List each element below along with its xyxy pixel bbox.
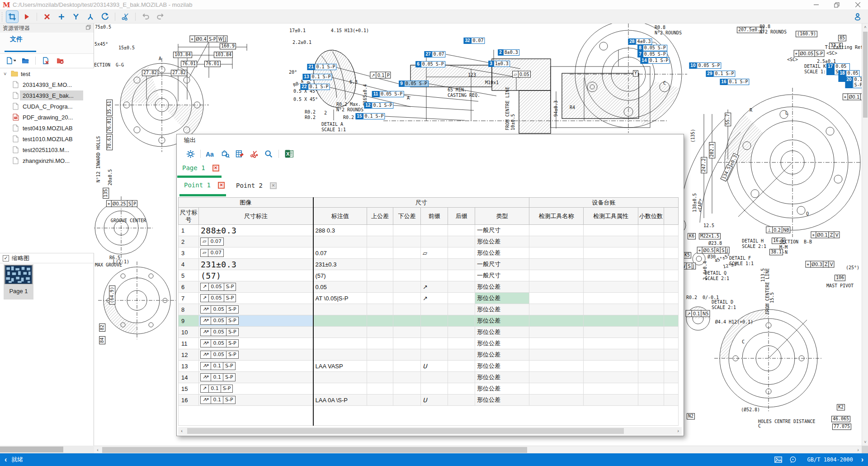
table-hscrollbar[interactable]: ‹ › [178, 427, 682, 435]
table-cell[interactable] [448, 383, 475, 395]
table-cell[interactable] [638, 225, 664, 236]
table-cell[interactable] [584, 270, 638, 281]
table-cell[interactable]: 10 [179, 327, 199, 338]
table-cell[interactable] [638, 395, 664, 406]
table-cell[interactable] [448, 293, 475, 304]
table-cell[interactable]: 231±0.3 [313, 259, 367, 270]
table-cell[interactable] [421, 270, 448, 281]
redo-icon[interactable] [154, 11, 166, 23]
add-point-icon[interactable] [56, 11, 67, 23]
delete-folder-icon[interactable] [55, 55, 66, 66]
table-cell[interactable]: 形位公差 [475, 327, 529, 338]
table-cell[interactable] [393, 270, 421, 281]
table-cell[interactable]: 12 [179, 349, 199, 361]
table-row[interactable]: 7↗0.05S-PAT \0.05|S-P↗形位公差 [179, 293, 679, 304]
user-icon[interactable] [852, 11, 863, 23]
table-cell[interactable] [584, 361, 638, 372]
table-cell[interactable] [664, 327, 679, 338]
new-file-icon[interactable] [5, 55, 16, 66]
table-cell[interactable] [367, 349, 393, 361]
close-button[interactable] [847, 0, 868, 10]
table-cell[interactable] [393, 247, 421, 259]
table-cell[interactable]: 形位公差 [475, 338, 529, 349]
table-cell[interactable] [448, 327, 475, 338]
output-panel[interactable]: 输出 AaX Page 1 ✕ Point 1 ✕ Point 2 ✕ 图像尺寸… [176, 134, 684, 436]
table-cell[interactable]: 7 [179, 293, 199, 304]
table-cell[interactable]: ↗↗0.1S-P [199, 395, 313, 406]
sidebar-hscrollbar[interactable] [0, 446, 94, 453]
table-cell[interactable] [638, 259, 664, 270]
table-row[interactable]: 10↗↗0.05S-P形位公差 [179, 327, 679, 338]
table-cell[interactable] [529, 247, 584, 259]
table-cell[interactable] [448, 236, 475, 247]
table-cell[interactable] [393, 361, 421, 372]
table-cell[interactable]: AT \0.05|S-P [313, 293, 367, 304]
table-cell[interactable]: 16 [179, 395, 199, 406]
table-row[interactable]: 6↗0.05S-P0.05↗形位公差 [179, 281, 679, 293]
table-hscrollbar-thumb[interactable] [187, 428, 624, 434]
tab-point-2[interactable]: Point 2 ✕ [236, 182, 277, 189]
table-cell[interactable] [529, 281, 584, 293]
table-cell[interactable] [421, 372, 448, 383]
table-cell[interactable] [584, 247, 638, 259]
table-cell[interactable]: 形位公差 [475, 315, 529, 327]
table-row[interactable]: 8↗↗0.05S-P形位公差 [179, 304, 679, 315]
image-preview-icon[interactable] [774, 456, 782, 463]
table-cell[interactable] [529, 225, 584, 236]
excel-export-icon[interactable]: X [283, 148, 295, 160]
toolbar-grip[interactable] [1, 12, 3, 22]
table-row[interactable]: 4231±0.3231±0.3一般尺寸 [179, 259, 679, 270]
table-row-selected[interactable]: 9↗↗0.05S-P形位公差 [179, 315, 679, 327]
table-cell[interactable]: ▱0.07 [199, 247, 313, 259]
dimension-tag-10[interactable]: 100.05 S-P [689, 62, 721, 69]
thumbnail-checkbox[interactable]: ✓ [3, 255, 9, 262]
column-header[interactable]: 上公差 [367, 208, 393, 225]
table-cell[interactable] [421, 327, 448, 338]
file-item[interactable]: 20314393_E.MO... [0, 79, 94, 90]
table-cell[interactable] [393, 349, 421, 361]
table-cell[interactable]: 4 [179, 259, 199, 270]
plugin-search-icon[interactable] [219, 148, 231, 160]
table-cell[interactable] [664, 225, 679, 236]
table-cell[interactable]: 14 [179, 372, 199, 383]
table-cell[interactable] [584, 338, 638, 349]
table-cell[interactable]: 一般尺寸 [475, 225, 529, 236]
minimize-button[interactable] [806, 0, 826, 10]
table-cell[interactable] [584, 349, 638, 361]
file-item[interactable]: PDF PDF_drawing_20... [0, 112, 94, 123]
table-cell[interactable]: 288±0.3 [199, 225, 313, 236]
tab-point-1[interactable]: Point 1 ✕ [184, 181, 225, 189]
chevron-down-icon[interactable]: ˅ [4, 71, 9, 76]
column-header[interactable]: 下公差 [393, 208, 421, 225]
dimension-tag-22[interactable]: 220.1 S-P [300, 84, 330, 90]
table-cell[interactable] [393, 259, 421, 270]
tab-point-1-close-icon[interactable]: ✕ [218, 182, 225, 189]
float-panel-icon[interactable] [86, 25, 91, 31]
table-cell[interactable] [584, 383, 638, 395]
file-item[interactable]: test0419.MOZILAB [0, 123, 94, 133]
table-cell[interactable] [638, 247, 664, 259]
tolerance-standard[interactable]: GB/T 1804-2000 [807, 456, 853, 463]
table-cell[interactable]: ▱0.07 [199, 236, 313, 247]
table-cell[interactable]: ↗0.1S-P [199, 383, 313, 395]
table-cell[interactable] [529, 372, 584, 383]
table-cell[interactable]: 15 [179, 383, 199, 395]
table-row[interactable]: 15↗0.1S-P形位公差 [179, 383, 679, 395]
table-cell[interactable] [664, 259, 679, 270]
table-row[interactable]: 12↗↗0.05S-P形位公差 [179, 349, 679, 361]
table-cell[interactable] [448, 225, 475, 236]
file-item[interactable]: 20314393_E_bak... [0, 90, 94, 101]
table-cell[interactable]: 288 0.3 [313, 225, 367, 236]
table-cell[interactable] [529, 349, 584, 361]
table-cell[interactable]: LAA VASP [313, 361, 367, 372]
restore-button[interactable] [826, 0, 847, 10]
tab-page-1[interactable]: Page 1 ✕ [182, 164, 219, 171]
table-cell[interactable] [393, 281, 421, 293]
tab-point-2-close-icon[interactable]: ✕ [270, 182, 277, 189]
page-thumbnail[interactable]: Page 1 [4, 264, 33, 300]
table-cell[interactable]: 9 [179, 315, 199, 327]
statusbar-expand-right-icon[interactable]: › [861, 456, 863, 464]
table-cell[interactable] [448, 361, 475, 372]
column-header[interactable]: 后缀 [448, 208, 475, 225]
table-cell[interactable]: ↗↗0.05S-P [199, 315, 313, 327]
